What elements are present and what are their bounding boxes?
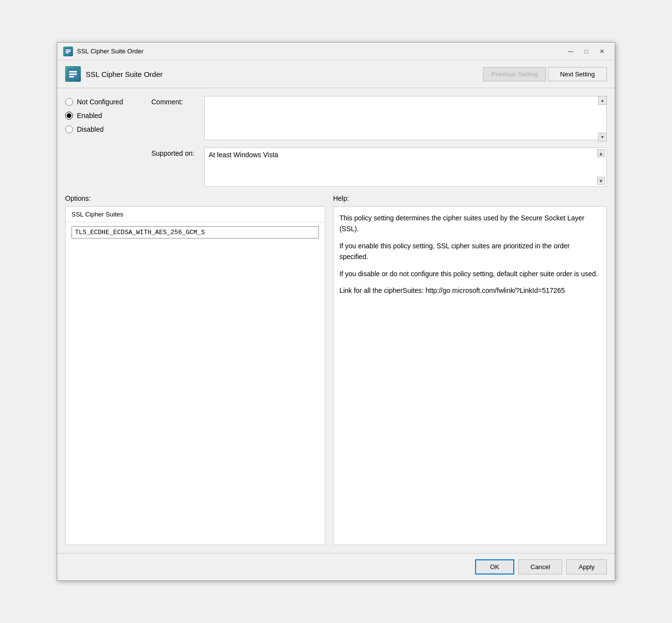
disabled-option[interactable]: Disabled xyxy=(65,125,144,133)
help-text-p3: If you disable or do not configure this … xyxy=(339,268,600,279)
right-section: Comment: ▲ ▼ Supported on: At least Wind… xyxy=(151,96,607,187)
svg-rect-5 xyxy=(69,71,77,72)
nav-buttons: Previous Setting Next Setting xyxy=(483,67,607,81)
enabled-option[interactable]: Enabled xyxy=(65,112,144,120)
help-text-p1: This policy setting determines the ciphe… xyxy=(339,213,600,235)
footer: OK Cancel Apply xyxy=(57,553,615,580)
close-button[interactable]: ✕ xyxy=(595,46,609,57)
svg-rect-2 xyxy=(66,51,71,52)
help-header: Help: xyxy=(333,194,607,202)
top-section: Not Configured Enabled Disabled Comment: xyxy=(65,96,607,187)
options-panel: SSL Cipher Suites xyxy=(65,206,325,545)
minimize-button[interactable]: — xyxy=(564,46,577,57)
title-bar-left: SSL Cipher Suite Order xyxy=(63,47,144,56)
svg-rect-1 xyxy=(66,49,71,50)
dialog-icon xyxy=(65,66,81,82)
comment-label: Comment: xyxy=(151,96,200,106)
not-configured-radio[interactable] xyxy=(65,98,73,106)
supported-on-wrapper: At least Windows Vista ▲ ▼ xyxy=(204,147,607,187)
radio-group: Not Configured Enabled Disabled xyxy=(65,96,144,187)
help-text-p2: If you enable this policy setting, SSL c… xyxy=(339,240,600,263)
title-bar: SSL Cipher Suite Order — □ ✕ xyxy=(57,43,615,60)
disabled-label: Disabled xyxy=(77,125,103,133)
maximize-button[interactable]: □ xyxy=(579,46,593,57)
cancel-button[interactable]: Cancel xyxy=(518,559,562,575)
window-title: SSL Cipher Suite Order xyxy=(77,48,144,55)
disabled-radio[interactable] xyxy=(65,125,73,133)
options-panel-title: SSL Cipher Suites xyxy=(66,207,325,222)
title-controls: — □ ✕ xyxy=(564,46,609,57)
help-panel: This policy setting determines the ciphe… xyxy=(333,206,607,545)
supported-on-row: Supported on: At least Windows Vista ▲ ▼ xyxy=(151,147,607,187)
comment-textarea[interactable] xyxy=(204,96,607,140)
comment-row: Comment: ▲ ▼ xyxy=(151,96,607,142)
svg-rect-7 xyxy=(69,76,74,77)
dialog-header: SSL Cipher Suite Order Previous Setting … xyxy=(57,60,615,88)
dialog-title: SSL Cipher Suite Order xyxy=(86,70,163,78)
svg-rect-6 xyxy=(69,73,77,75)
previous-setting-button[interactable]: Previous Setting xyxy=(483,67,546,81)
main-window: SSL Cipher Suite Order — □ ✕ SSL Cipher … xyxy=(57,42,615,581)
comment-scroll-down-icon[interactable]: ▼ xyxy=(598,133,607,142)
bottom-panels: SSL Cipher Suites This policy setting de… xyxy=(65,206,607,545)
section-headers: Options: Help: xyxy=(65,194,607,202)
svg-rect-3 xyxy=(66,52,69,53)
cipher-suites-input[interactable] xyxy=(72,226,319,239)
dialog-header-left: SSL Cipher Suite Order xyxy=(65,66,163,82)
supported-on-label: Supported on: xyxy=(151,147,200,157)
supported-scroll-down-icon[interactable]: ▼ xyxy=(597,177,605,185)
options-header: Options: xyxy=(65,194,325,202)
comment-wrapper: ▲ ▼ xyxy=(204,96,607,142)
not-configured-label: Not Configured xyxy=(77,98,123,106)
supported-scroll-up-icon[interactable]: ▲ xyxy=(597,149,605,157)
not-configured-option[interactable]: Not Configured xyxy=(65,98,144,106)
supported-on-value: At least Windows Vista xyxy=(204,147,607,187)
help-text-p4: Link for all the cipherSuites: http://go… xyxy=(339,285,600,296)
apply-button[interactable]: Apply xyxy=(566,559,607,575)
ok-button[interactable]: OK xyxy=(475,559,514,575)
comment-scroll-up-icon[interactable]: ▲ xyxy=(598,96,607,105)
window-icon xyxy=(63,47,73,56)
enabled-label: Enabled xyxy=(77,112,102,120)
next-setting-button[interactable]: Next Setting xyxy=(548,67,607,81)
main-content: Not Configured Enabled Disabled Comment: xyxy=(57,88,615,553)
enabled-radio[interactable] xyxy=(65,112,73,120)
